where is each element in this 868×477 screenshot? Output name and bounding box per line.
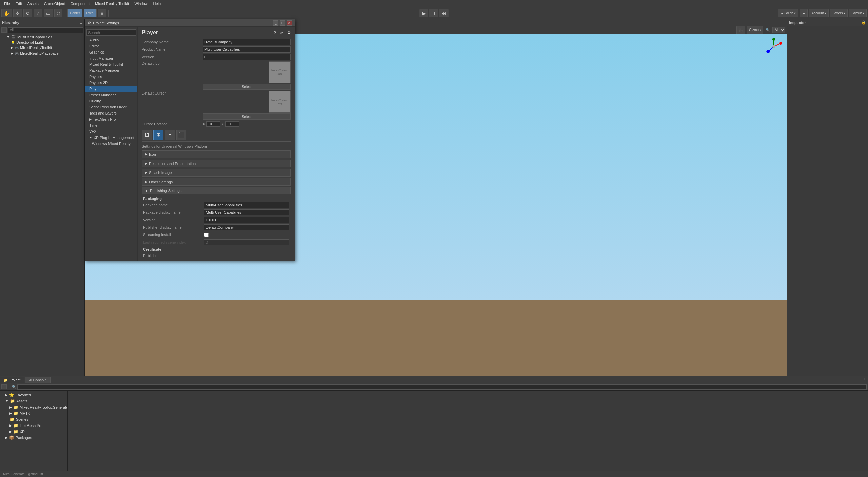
product-name-input[interactable] bbox=[203, 46, 291, 53]
gizmos-btn[interactable]: Gizmos bbox=[747, 26, 763, 34]
pub-display-input[interactable] bbox=[204, 224, 289, 230]
status-text: Auto Generate Lighting Off bbox=[3, 472, 43, 476]
platform-holo[interactable]: ⬛ bbox=[176, 130, 186, 140]
settings-script-execution[interactable]: Script Execution Order bbox=[85, 104, 137, 110]
company-name-input[interactable] bbox=[203, 39, 291, 45]
bottom-content: + 🔍 ▶ ⭐ Favorites ▼ 📁 bbox=[0, 383, 868, 471]
tool-rect[interactable]: ▭ bbox=[44, 9, 53, 17]
cursor-select-btn[interactable]: Select bbox=[203, 113, 291, 120]
hierarchy-add-btn[interactable]: + bbox=[1, 27, 7, 33]
settings-xr[interactable]: ▼ XR Plug-in Management bbox=[85, 134, 137, 141]
settings-physics-2d[interactable]: Physics 2D bbox=[85, 80, 137, 86]
console-tab[interactable]: 🖥 Console bbox=[25, 377, 50, 383]
settings-editor[interactable]: Editor bbox=[85, 43, 137, 49]
project-search[interactable] bbox=[17, 384, 867, 390]
center-toggle[interactable]: Center bbox=[67, 9, 82, 17]
play-button[interactable]: ▶ bbox=[420, 9, 428, 17]
platform-uwp[interactable]: ⊞ bbox=[153, 130, 163, 140]
splash-section[interactable]: ▶ Splash Image bbox=[142, 169, 291, 177]
settings-mixed-reality[interactable]: Mixed Reality Toolkit bbox=[85, 61, 137, 67]
other-section[interactable]: ▶ Other Settings bbox=[142, 178, 291, 186]
settings-search[interactable] bbox=[86, 29, 136, 36]
platform-desktop[interactable]: 🖥 bbox=[142, 130, 152, 140]
layout-button[interactable]: Layout ▾ bbox=[849, 9, 867, 17]
pause-button[interactable]: ⏸ bbox=[429, 9, 438, 17]
pkg-version-input[interactable] bbox=[204, 217, 289, 223]
local-toggle[interactable]: Local bbox=[84, 9, 97, 17]
scenes-folder[interactable]: 📁 Scenes bbox=[0, 416, 67, 422]
settings-preset-manager[interactable]: Preset Manager bbox=[85, 92, 137, 98]
publishing-section[interactable]: ▼ Publishing Settings bbox=[142, 187, 291, 194]
hierarchy-menu-btn[interactable]: ≡ bbox=[80, 21, 82, 25]
settings-windows-mr[interactable]: Windows Mixed Reality bbox=[85, 141, 137, 147]
streaming-checkbox[interactable] bbox=[204, 233, 209, 237]
scene-camera-settings[interactable]: 🎥 bbox=[736, 26, 745, 34]
menu-file[interactable]: File bbox=[1, 1, 13, 6]
xr-folder[interactable]: ▶ 📁 XR bbox=[0, 429, 67, 435]
menu-component[interactable]: Component bbox=[67, 1, 92, 6]
tool-scale[interactable]: ⤢ bbox=[34, 9, 42, 17]
tool-move[interactable]: ✛ bbox=[13, 9, 22, 17]
resolution-section[interactable]: ▶ Resolution and Presentation bbox=[142, 160, 291, 167]
menu-edit[interactable]: Edit bbox=[13, 1, 25, 6]
settings-audio[interactable]: Audio bbox=[85, 37, 137, 43]
menu-help[interactable]: Help bbox=[151, 1, 164, 6]
settings-tags-layers[interactable]: Tags and Layers bbox=[85, 110, 137, 116]
snap-btn[interactable]: ⊞ bbox=[98, 9, 106, 17]
inspector-lock-btn[interactable]: 🔒 bbox=[861, 20, 866, 25]
settings-time[interactable]: Time bbox=[85, 122, 137, 128]
tool-transform[interactable]: ⬡ bbox=[54, 9, 62, 17]
pkg-name-input[interactable] bbox=[204, 202, 289, 208]
modal-minimize[interactable]: _ bbox=[273, 20, 278, 26]
packages-folder[interactable]: ▶ 📦 Packages bbox=[0, 435, 67, 441]
mrtk-gen-folder[interactable]: ▶ 📁 MixedRealityToolkit.Generated bbox=[0, 404, 67, 410]
account-button[interactable]: Account ▾ bbox=[809, 9, 829, 17]
menu-window[interactable]: Window bbox=[132, 1, 150, 6]
settings-input-manager[interactable]: Input Manager bbox=[85, 55, 137, 61]
pkg-display-input[interactable] bbox=[204, 209, 289, 215]
axes-gizmo[interactable]: x y z bbox=[764, 37, 784, 57]
search-dropdown[interactable]: All bbox=[772, 27, 785, 33]
project-add-btn[interactable]: + bbox=[1, 384, 7, 389]
cloud-button[interactable]: ☁ bbox=[800, 9, 808, 17]
icon-section[interactable]: ▶ Icon bbox=[142, 150, 291, 158]
tool-rotate[interactable]: ↻ bbox=[23, 9, 32, 17]
version-input[interactable] bbox=[203, 54, 291, 60]
player-help[interactable]: ? bbox=[274, 30, 276, 35]
project-tab[interactable]: 📁 Project bbox=[0, 377, 24, 383]
collab-button[interactable]: ☁ Collab ▾ bbox=[778, 9, 798, 17]
hierarchy-item-root[interactable]: ▼ 🎬 MultiUserCapabilities bbox=[0, 34, 84, 40]
menu-mixed-reality[interactable]: Mixed Reality Toolkit bbox=[92, 1, 132, 6]
tool-hand[interactable]: ✋ bbox=[1, 9, 12, 17]
hierarchy-search[interactable] bbox=[8, 27, 83, 33]
hierarchy-item-playspace[interactable]: ▶ 🎮 MixedRealityPlayspace bbox=[0, 50, 84, 56]
scene-options-btn[interactable]: ⋮ bbox=[780, 20, 787, 26]
project-content[interactable] bbox=[68, 391, 868, 471]
settings-vfx[interactable]: VFX bbox=[85, 128, 137, 134]
modal-close[interactable]: ✕ bbox=[287, 20, 292, 26]
cursor-x-input[interactable] bbox=[206, 121, 220, 127]
settings-graphics[interactable]: Graphics bbox=[85, 49, 137, 55]
player-expand[interactable]: ⤢ bbox=[280, 30, 283, 35]
icon-select-btn[interactable]: Select bbox=[203, 84, 291, 90]
settings-quality[interactable]: Quality bbox=[85, 98, 137, 104]
settings-player[interactable]: Player bbox=[85, 86, 137, 92]
settings-textmesh[interactable]: ▶ TextMesh Pro bbox=[85, 116, 137, 122]
bottom-options-btn[interactable]: ⋮ bbox=[862, 377, 868, 383]
settings-physics[interactable]: Physics bbox=[85, 74, 137, 80]
assets-folder[interactable]: ▼ 📁 Assets bbox=[0, 398, 67, 404]
menu-gameobject[interactable]: GameObject bbox=[41, 1, 68, 6]
hierarchy-item-mrtk[interactable]: ▶ 🎮 MixedRealityToolkit bbox=[0, 45, 84, 50]
modal-maximize[interactable]: □ bbox=[280, 20, 285, 26]
layers-button[interactable]: Layers ▾ bbox=[830, 9, 848, 17]
menu-assets[interactable]: Assets bbox=[25, 1, 41, 6]
hierarchy-item-light[interactable]: 💡 Directional Light bbox=[0, 40, 84, 45]
platform-xbox[interactable]: + bbox=[165, 130, 175, 140]
player-settings[interactable]: ⚙ bbox=[287, 30, 291, 35]
settings-package-manager[interactable]: Package Manager bbox=[85, 67, 137, 74]
favorites-folder[interactable]: ▶ ⭐ Favorites bbox=[0, 392, 67, 398]
cursor-y-input[interactable] bbox=[225, 121, 239, 127]
step-button[interactable]: ⏭ bbox=[439, 9, 449, 17]
mrtk-folder[interactable]: ▶ 📁 MRTK bbox=[0, 410, 67, 416]
textmesh-folder[interactable]: ▶ 📁 TextMesh Pro bbox=[0, 422, 67, 429]
